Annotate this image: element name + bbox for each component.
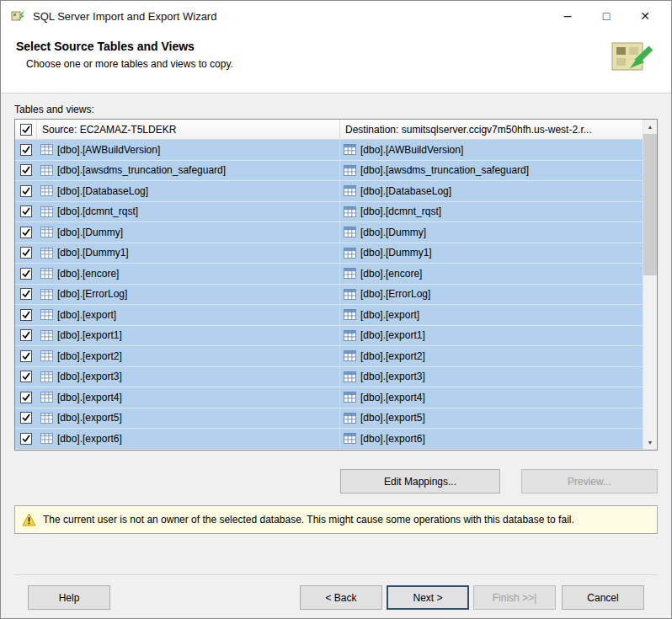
page-title: Select Source Tables and Views (16, 40, 233, 53)
cancel-button[interactable]: Cancel (562, 585, 644, 610)
source-table-icon (40, 206, 53, 217)
scroll-down-icon[interactable]: ▼ (643, 435, 657, 450)
row-checkbox[interactable] (20, 412, 32, 424)
destination-table-icon (344, 330, 356, 341)
titlebar: SQL Server Import and Export Wizard – □ … (1, 1, 671, 31)
destination-table-name: [dbo].[DatabaseLog] (360, 185, 451, 197)
row-checkbox[interactable] (20, 144, 32, 156)
source-table-icon (40, 350, 53, 361)
source-table-icon (40, 433, 53, 444)
source-table-name: [dbo].[Dummy] (57, 227, 123, 238)
destination-table-name: [dbo].[export2] (360, 350, 425, 362)
source-table-name: [dbo].[DatabaseLog] (57, 185, 148, 197)
table-row[interactable]: [dbo].[export2][dbo].[export2] (15, 346, 643, 367)
destination-table-name: [dbo].[Dummy1] (360, 247, 432, 259)
wizard-header: Select Source Tables and Views Choose on… (1, 31, 671, 93)
grid-header-row: Source: EC2AMAZ-T5LDEKR Destination: sum… (15, 120, 643, 140)
row-checkbox[interactable] (20, 227, 32, 238)
vertical-scrollbar[interactable]: ▲ ▼ (643, 120, 657, 450)
source-table-name: [dbo].[export4] (57, 392, 122, 403)
source-table-name: [dbo].[awsdms_truncation_safeguard] (57, 164, 226, 176)
edit-mappings-button[interactable]: Edit Mappings... (340, 469, 500, 494)
table-row[interactable]: [dbo].[export3][dbo].[export3] (15, 367, 643, 388)
table-row[interactable]: [dbo].[ErrorLog][dbo].[ErrorLog] (15, 285, 643, 306)
source-table-icon (40, 289, 53, 300)
row-checkbox[interactable] (20, 288, 32, 300)
back-button[interactable]: < Back (300, 585, 382, 610)
destination-table-name: [dbo].[ErrorLog] (360, 288, 430, 300)
destination-table-icon (344, 413, 356, 424)
scrollbar-thumb[interactable] (643, 134, 657, 275)
table-row[interactable]: [dbo].[export1][dbo].[export1] (15, 326, 643, 347)
row-checkbox[interactable] (20, 350, 32, 362)
wizard-window: SQL Server Import and Export Wizard – □ … (0, 0, 672, 619)
finish-button[interactable]: Finish >>| (473, 585, 556, 610)
table-row[interactable]: [dbo].[encore][dbo].[encore] (15, 264, 643, 285)
source-table-name: [dbo].[export5] (57, 412, 122, 424)
row-checkbox[interactable] (20, 371, 32, 382)
mapping-buttons-row: Edit Mappings... Preview... (14, 469, 658, 494)
destination-table-name: [dbo].[dcmnt_rqst] (360, 205, 441, 217)
next-button[interactable]: Next > (387, 585, 469, 610)
destination-table-name: [dbo].[export3] (360, 371, 425, 382)
destination-table-icon (344, 433, 356, 444)
close-button[interactable]: ✕ (626, 3, 664, 29)
source-table-name: [dbo].[encore] (57, 268, 119, 280)
table-row[interactable]: [dbo].[export4][dbo].[export4] (15, 387, 643, 408)
app-icon (11, 8, 26, 24)
destination-table-icon (344, 227, 356, 237)
preview-button[interactable]: Preview... (521, 469, 658, 494)
warning-banner: The current user is not an owner of the … (14, 505, 658, 534)
source-table-icon (40, 330, 53, 341)
source-table-name: [dbo].[export3] (57, 371, 122, 382)
table-row[interactable]: [dbo].[export6][dbo].[export6] (15, 429, 643, 450)
destination-table-name: [dbo].[encore] (360, 268, 422, 280)
destination-table-icon (344, 289, 356, 300)
row-checkbox[interactable] (20, 392, 32, 403)
table-row[interactable]: [dbo].[export][dbo].[export] (15, 305, 643, 326)
table-row[interactable]: [dbo].[DatabaseLog][dbo].[DatabaseLog] (15, 181, 643, 202)
maximize-button[interactable]: □ (587, 3, 626, 29)
minimize-button[interactable]: – (548, 3, 587, 29)
row-checkbox[interactable] (20, 309, 32, 321)
help-button[interactable]: Help (28, 585, 110, 610)
source-table-name: [dbo].[export6] (57, 433, 122, 445)
source-table-icon (40, 248, 53, 259)
destination-table-icon (344, 350, 356, 361)
scroll-up-icon[interactable]: ▲ (643, 120, 657, 134)
destination-table-name: [dbo].[export4] (360, 392, 425, 403)
window-title: SQL Server Import and Export Wizard (33, 10, 548, 23)
tables-grid: Source: EC2AMAZ-T5LDEKR Destination: sum… (14, 119, 658, 451)
source-table-icon (40, 268, 53, 279)
row-checkbox[interactable] (20, 185, 32, 197)
destination-table-name: [dbo].[Dummy] (360, 227, 426, 238)
select-all-checkbox[interactable] (20, 124, 32, 136)
row-checkbox[interactable] (20, 329, 32, 341)
source-table-icon (40, 165, 53, 176)
source-table-name: [dbo].[dcmnt_rqst] (57, 205, 138, 217)
source-table-name: [dbo].[export1] (57, 329, 122, 341)
destination-table-name: [dbo].[export] (360, 309, 419, 321)
row-checkbox[interactable] (20, 247, 32, 259)
row-checkbox[interactable] (20, 433, 32, 445)
table-row[interactable]: [dbo].[export5][dbo].[export5] (15, 408, 643, 430)
destination-table-icon (344, 392, 356, 403)
table-row[interactable]: [dbo].[Dummy][dbo].[Dummy] (15, 222, 643, 243)
footer: Help < Back Next > Finish >>| Cancel (14, 574, 658, 618)
table-row[interactable]: [dbo].[Dummy1][dbo].[Dummy1] (15, 243, 643, 264)
source-table-icon (40, 144, 53, 155)
row-checkbox[interactable] (20, 268, 32, 280)
destination-table-icon (344, 206, 356, 217)
wizard-body: Tables and views: Source: EC2AMAZ-T5LDEK… (1, 93, 671, 618)
table-row[interactable]: [dbo].[dcmnt_rqst][dbo].[dcmnt_rqst] (15, 202, 643, 223)
destination-table-name: [dbo].[export5] (360, 412, 425, 424)
table-row[interactable]: [dbo].[awsdms_truncation_safeguard][dbo]… (15, 161, 643, 182)
source-table-name: [dbo].[AWBuildVersion] (57, 144, 160, 156)
source-table-icon (40, 371, 53, 382)
destination-table-icon (344, 268, 356, 279)
row-checkbox[interactable] (20, 164, 32, 176)
table-row[interactable]: [dbo].[AWBuildVersion][dbo].[AWBuildVers… (15, 140, 643, 161)
destination-column-header[interactable]: Destination: sumitsqlserver.ccigv7m50hfh… (340, 120, 643, 139)
row-checkbox[interactable] (20, 205, 32, 217)
source-column-header[interactable]: Source: EC2AMAZ-T5LDEKR (37, 120, 340, 139)
